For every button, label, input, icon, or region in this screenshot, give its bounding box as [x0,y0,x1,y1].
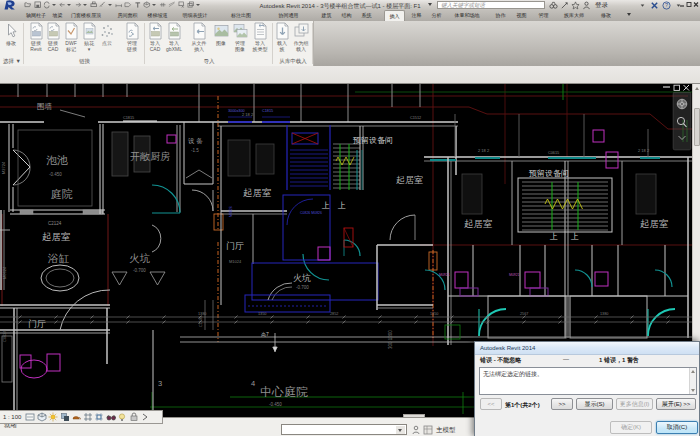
ribbon-button-导入族类型[interactable]: 导入 族类型 [248,22,272,52]
crop-view-icon[interactable] [83,412,93,422]
panel-title-链接[interactable]: 链接 [24,58,145,65]
thin-lines-icon[interactable] [168,1,176,9]
signin-label[interactable]: 登录 [595,1,608,10]
search-input[interactable]: 键入关键字或短语 [437,1,545,9]
combobox-dropdown-icon[interactable] [396,426,405,434]
ribbon-button-作为组载入[interactable]: 作为组 载入 [289,22,313,52]
subscription-icon[interactable] [560,1,569,10]
visual-style-icon[interactable] [37,412,47,422]
dropdown-icon[interactable] [83,4,87,6]
more-info-button[interactable]: 更多信息(I) [616,398,653,410]
title-dropdown-icon[interactable] [428,3,432,6]
scroll-down-icon[interactable] [691,389,695,392]
panel-title-选择[interactable]: 选择 ▼ [0,58,24,65]
navigation-bar[interactable] [672,92,692,152]
sun-path-icon[interactable] [48,412,58,422]
dropdown-icon[interactable] [152,4,156,6]
ribbon-button-修改[interactable]: 修改 [0,22,23,47]
dimension-icon[interactable] [115,1,123,9]
measure-icon[interactable] [99,1,107,9]
dropdown-icon[interactable] [52,4,56,6]
tab-标注出图[interactable]: 标注出图 [230,10,252,21]
close-hidden-windows-icon[interactable] [178,1,186,9]
hide-isolate-glasses-icon[interactable] [106,412,116,422]
tab-门窗楼板屋顶[interactable]: 门窗楼板屋顶 [70,10,102,21]
next-error-button[interactable]: >> [551,398,573,410]
dropdown-icon[interactable] [638,1,647,10]
section-icon[interactable] [159,1,167,9]
print-icon[interactable] [90,1,98,9]
rendering-icon[interactable] [71,412,81,422]
sync-icon[interactable] [43,1,51,9]
text-icon[interactable] [134,1,142,9]
scroll-up-icon[interactable] [695,87,699,90]
signin-person-icon[interactable] [582,1,591,10]
scale-label[interactable]: 1 : 100 [3,414,21,420]
design-options-icon[interactable] [423,425,433,435]
search-binoculars-icon[interactable] [549,1,558,10]
panel-title-从库中载入[interactable]: 从库中载入 [273,58,313,65]
ribbon-button-从文件插入[interactable]: 从文件 插入 [187,22,211,52]
tab-分析[interactable]: 分析 [430,10,443,21]
tab-修改[interactable]: 修改 [598,10,614,21]
favorites-star-icon[interactable] [571,1,580,10]
undo-icon[interactable] [59,1,67,9]
shadows-icon[interactable] [60,412,70,422]
ok-button[interactable]: 确定(K) [610,421,652,434]
scrollbar-thumb[interactable] [694,108,700,146]
window-controls[interactable] [678,1,699,8]
default-3d-view-icon[interactable] [143,1,151,9]
editable-only-icon[interactable] [411,425,421,435]
infocenter-toolbar[interactable]: 登录? [549,0,686,10]
dialog-title-bar[interactable]: Autodesk Revit 2014 [475,342,699,355]
tab-楼梯坡道[interactable]: 楼梯坡道 [147,10,168,21]
exchange-apps-icon[interactable] [650,1,659,10]
tag-icon[interactable] [124,1,132,9]
help-icon[interactable]: ? [662,1,671,10]
save-icon[interactable] [34,1,42,9]
tab-墙梁[interactable]: 墙梁 [52,10,63,21]
quick-access-toolbar[interactable] [24,1,203,9]
tab-建筑[interactable]: 建筑 [320,10,333,21]
dropdown-icon[interactable] [67,4,71,6]
panel-title-导入[interactable]: 导入 [145,58,273,65]
tab-明细表统计[interactable]: 明细表统计 [180,10,210,21]
worksets-combobox[interactable] [281,424,407,435]
restore-button[interactable] [686,1,692,8]
show-button[interactable]: 显示(S) [576,398,613,410]
tab-协同通用[interactable]: 协同通用 [278,10,299,21]
tab-房间面积[interactable]: 房间面积 [117,10,138,21]
constraints-icon[interactable] [129,412,139,422]
tab-结构[interactable]: 结构 [340,10,353,21]
prev-error-button[interactable]: << [480,398,502,410]
tab-体量和场地[interactable]: 体量和场地 [450,10,484,21]
redo-icon[interactable] [74,1,82,9]
tab-轴网柱子[interactable]: 轴网柱子 [26,10,43,21]
ribbon-button-导入gbXML[interactable]: 导入 gbXML [162,22,186,52]
ribbon-button-管理链接[interactable]: 管理 链接 [120,22,144,52]
tab-管理[interactable]: 管理 [537,10,550,21]
tab-协作[interactable]: 协作 [494,10,507,21]
tab-insert-active[interactable]: 插入 [384,10,405,21]
active-design-option-label[interactable]: 主模型 [436,426,456,435]
tab-系统[interactable]: 系统 [360,10,373,21]
close-button[interactable] [693,1,699,8]
view-control-bar[interactable]: 1 : 100 [0,410,163,424]
tab-族库大师[interactable]: 族库大师 [560,10,588,21]
expand-button[interactable]: 展开(E) >> [656,398,696,410]
reveal-hidden-lightbulb-icon[interactable] [117,412,127,422]
message-scrollbar[interactable] [689,368,696,394]
revit-logo-icon[interactable] [1,0,18,10]
tab-overflow-icon[interactable] [627,13,631,16]
dropdown-icon[interactable] [196,4,200,6]
open-icon[interactable] [24,1,32,9]
tab-视图[interactable]: 视图 [515,10,528,21]
switch-windows-icon[interactable] [187,1,195,9]
expand-arrow-icon[interactable] [140,412,150,422]
error-message-box[interactable]: 无法绑定选定的链接。 [479,367,697,395]
ribbon-button-点云[interactable]: 点云 [95,22,119,47]
tab-注释[interactable]: 注释 [410,10,423,21]
dropdown-icon[interactable] [108,4,112,6]
crop-region-icon[interactable] [94,412,104,422]
minimize-button[interactable] [679,1,685,8]
